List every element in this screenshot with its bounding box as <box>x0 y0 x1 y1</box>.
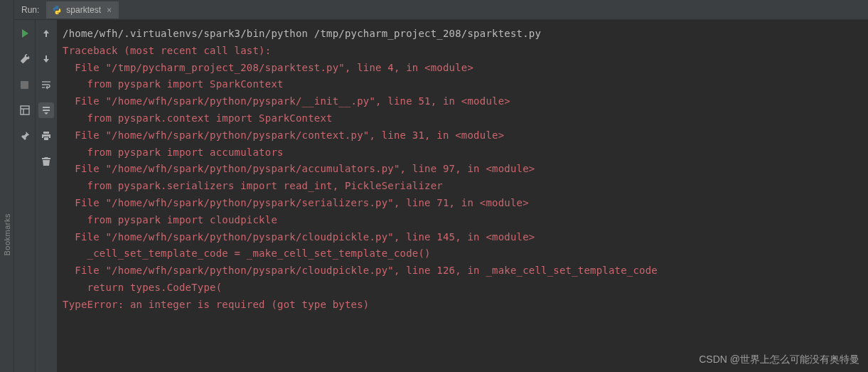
up-arrow-icon[interactable] <box>38 26 54 41</box>
tab-sparktest[interactable]: sparktest × <box>46 1 119 18</box>
content-area: /home/wfh/.virtualenvs/spark3/bin/python… <box>14 20 868 372</box>
console-output[interactable]: /home/wfh/.virtualenvs/spark3/bin/python… <box>57 20 868 372</box>
wrench-icon[interactable] <box>17 51 33 67</box>
stop-button[interactable] <box>17 77 33 92</box>
console-line: File "/home/wfh/spark/python/pyspark/acc… <box>63 161 868 178</box>
console-line: File "/home/wfh/spark/python/pyspark/con… <box>63 127 868 144</box>
console-line: File "/home/wfh/spark/python/pyspark/__i… <box>63 93 868 110</box>
run-button[interactable] <box>17 26 33 41</box>
toolbar-left <box>14 20 36 372</box>
toolbar-right <box>36 20 57 372</box>
console-line: _cell_set_template_code = _make_cell_set… <box>63 245 868 262</box>
bookmarks-label[interactable]: Bookmarks <box>3 213 11 256</box>
print-icon[interactable] <box>38 128 54 144</box>
down-arrow-icon[interactable] <box>38 51 54 67</box>
tab-bar: Run: sparktest × <box>14 0 868 20</box>
console-line: File "/home/wfh/spark/python/pyspark/clo… <box>63 229 868 246</box>
left-gutter: Bookmarks <box>0 0 14 372</box>
console-line: return types.CodeType( <box>63 280 868 297</box>
run-label: Run: <box>14 5 46 15</box>
scroll-to-end-icon[interactable] <box>38 102 54 118</box>
console-line: from pyspark.serializers import read_int… <box>63 178 868 195</box>
console-line: File "/tmp/pycharm_project_208/sparktest… <box>63 60 868 77</box>
soft-wrap-icon[interactable] <box>38 77 54 92</box>
pin-icon[interactable] <box>17 128 33 144</box>
console-line: Traceback (most recent call last): <box>63 43 868 60</box>
layout-icon[interactable] <box>17 102 33 118</box>
svg-rect-0 <box>21 106 29 115</box>
console-line: TypeError: an integer is required (got t… <box>63 297 868 314</box>
console-line: from pyspark import SparkContext <box>63 76 868 93</box>
console-line: /home/wfh/.virtualenvs/spark3/bin/python… <box>63 26 868 43</box>
tab-close-icon[interactable]: × <box>105 5 113 15</box>
trash-icon[interactable] <box>38 154 54 169</box>
console-line: from pyspark.context import SparkContext <box>63 110 868 127</box>
console-line: from pyspark import cloudpickle <box>63 212 868 229</box>
python-icon <box>52 5 62 15</box>
tab-label: sparktest <box>66 5 101 15</box>
console-line: File "/home/wfh/spark/python/pyspark/ser… <box>63 195 868 212</box>
console-line: File "/home/wfh/spark/python/pyspark/clo… <box>63 262 868 280</box>
console-line: from pyspark import accumulators <box>63 144 868 161</box>
run-panel: Run: sparktest × <box>14 0 868 372</box>
